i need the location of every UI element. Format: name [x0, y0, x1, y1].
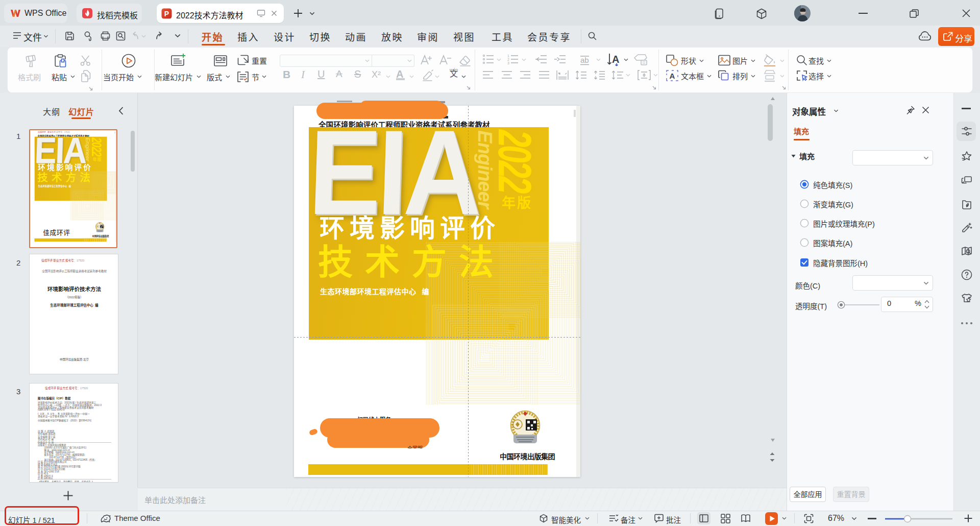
- svg-text:A: A: [670, 71, 675, 80]
- svg-text:2: 2: [507, 58, 509, 61]
- svg-text:3: 3: [507, 61, 509, 65]
- svg-text:P: P: [164, 10, 169, 18]
- svg-text:A: A: [612, 54, 619, 65]
- svg-text:ab: ab: [580, 56, 589, 64]
- svg-text:1: 1: [507, 54, 509, 58]
